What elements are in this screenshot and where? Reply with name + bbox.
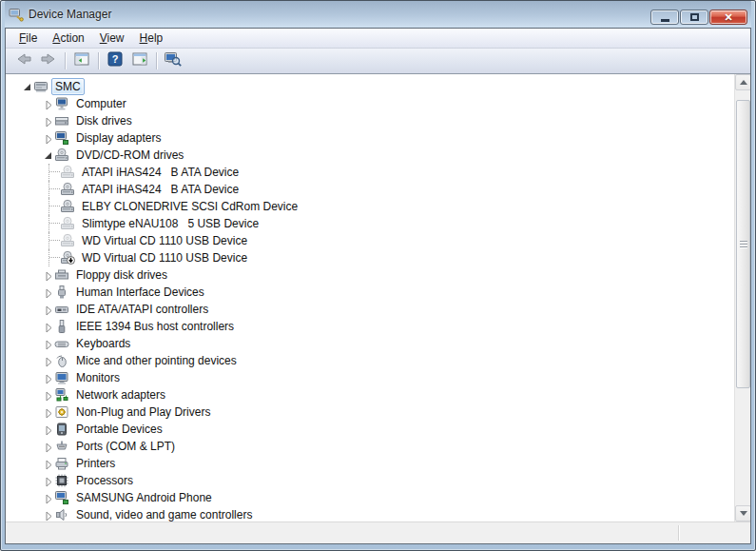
tree-indent [6,378,42,379]
tree-label[interactable]: Disk drives [72,112,136,129]
tree-row[interactable]: DVD/CD-ROM drives [6,147,734,164]
minimize-button[interactable] [650,10,679,25]
tree-row[interactable]: WD Virtual CD 1110 USB Device [6,249,734,266]
tree-label[interactable]: Non-Plug and Play Drivers [72,403,214,421]
tree-row[interactable]: Computer [6,95,734,112]
svg-text:?: ? [112,53,119,65]
expander-collapsed-icon[interactable] [42,98,54,110]
show-console-tree-button[interactable] [70,50,93,71]
tree-label[interactable]: IEEE 1394 Bus host controllers [72,318,238,335]
tree-row[interactable]: Sound, video and game controllers [6,506,734,521]
menu-help[interactable]: Help [132,30,171,47]
tree-row[interactable]: SAMSUNG Android Phone [6,489,734,506]
expander-collapsed-icon[interactable] [42,475,54,487]
tree-row[interactable]: ELBY CLONEDRIVE SCSI CdRom Device [6,198,734,215]
tree-label[interactable]: SAMSUNG Android Phone [72,489,216,506]
tree-label[interactable]: SMC [51,78,85,95]
tree-label[interactable]: Processors [72,472,137,489]
expander-collapsed-icon[interactable] [42,492,54,504]
tree-label[interactable]: Display adapters [72,129,165,147]
scrollbar-thumb[interactable] [736,100,750,388]
tree-label[interactable]: Monitors [72,369,124,386]
tree-row[interactable]: Printers [6,455,734,472]
expander-collapsed-icon[interactable] [42,406,54,419]
tree-row[interactable]: Non-Plug and Play Drivers [6,403,734,421]
tree-row[interactable]: Network adapters [6,386,734,403]
tree-row[interactable]: SMC [6,78,734,95]
tree-label[interactable]: WD Virtual CD 1110 USB Device [78,249,251,266]
tree-label[interactable]: Sound, video and game controllers [72,506,256,521]
maximize-button[interactable] [680,10,708,25]
expander-collapsed-icon[interactable] [42,423,54,436]
tree-row[interactable]: Portable Devices [6,421,734,438]
tree-row[interactable]: Slimtype eNAU108 5 USB Device [6,215,734,232]
tree-row[interactable]: Display adapters [6,129,734,147]
back-button[interactable] [12,50,35,71]
tree-indent [6,224,48,225]
tree-indent [6,275,42,276]
scroll-down-button[interactable] [735,505,750,521]
tree-row[interactable]: IDE ATA/ATAPI controllers [6,301,734,318]
expander-collapsed-icon[interactable] [42,321,54,333]
tree-label[interactable]: ATAPI iHAS424 B ATA Device [78,164,242,181]
menu-view[interactable]: View [92,30,132,47]
tree-label[interactable]: IDE ATA/ATAPI controllers [72,301,212,318]
tree-label[interactable]: ATAPI iHAS424 B ATA Device [78,181,242,198]
show-action-pane-button[interactable] [128,50,151,71]
tree-label[interactable]: ELBY CLONEDRIVE SCSI CdRom Device [78,198,301,215]
menu-action[interactable]: Action [45,30,91,47]
tree-label[interactable]: Keyboards [72,335,134,352]
tree-row[interactable]: WD Virtual CD 1110 USB Device [6,232,734,249]
expander-expanded-icon[interactable] [21,81,33,93]
tree-label[interactable]: DVD/CD-ROM drives [72,147,187,164]
expander-collapsed-icon[interactable] [42,458,54,470]
expander-collapsed-icon[interactable] [42,304,54,316]
tree-label[interactable]: WD Virtual CD 1110 USB Device [78,232,251,249]
cd-drive-icon [60,165,77,180]
tree-connector [48,164,60,181]
expander-collapsed-icon[interactable] [42,132,54,145]
tree-label[interactable]: Printers [72,455,119,472]
tree-row[interactable]: Processors [6,472,734,489]
tree-label[interactable]: Computer [72,95,130,112]
tree-row[interactable]: Monitors [6,369,734,386]
expander-collapsed-icon[interactable] [42,338,54,350]
expander-expanded-icon[interactable] [42,149,54,162]
forward-button[interactable] [37,50,60,71]
tree-label[interactable]: Mice and other pointing devices [72,352,241,369]
tree-row[interactable]: Human Interface Devices [6,284,734,301]
tree-row[interactable]: ATAPI iHAS424 B ATA Device [6,181,734,198]
titlebar[interactable]: Device Manager ✕ [5,1,751,28]
tree-label[interactable]: Floppy disk drives [72,266,171,284]
tree-label[interactable]: Slimtype eNAU108 5 USB Device [78,215,262,232]
vertical-scrollbar[interactable] [734,74,750,521]
tree-indent [6,207,48,207]
expander-collapsed-icon[interactable] [42,355,54,367]
close-button[interactable]: ✕ [709,10,747,25]
expander-collapsed-icon[interactable] [42,115,54,128]
scan-for-hardware-changes-button[interactable] [162,50,184,71]
help-button[interactable]: ? [104,50,126,71]
tree-label[interactable]: Portable Devices [72,421,166,438]
expander-collapsed-icon[interactable] [42,441,54,453]
tree-label[interactable]: Ports (COM & LPT) [72,438,179,455]
tree-row[interactable]: Keyboards [6,335,734,352]
tree-row[interactable]: Floppy disk drives [6,266,734,284]
expander-collapsed-icon[interactable] [42,389,54,402]
tree-row[interactable]: Mice and other pointing devices [6,352,734,369]
expander-collapsed-icon[interactable] [42,286,54,299]
caption-buttons: ✕ [650,10,747,25]
disk-drive-icon [54,113,71,128]
close-icon: ✕ [724,12,732,23]
expander-collapsed-icon[interactable] [42,509,54,521]
tree-row[interactable]: Disk drives [6,112,734,129]
tree-label[interactable]: Network adapters [72,386,169,403]
scroll-up-button[interactable] [735,74,750,90]
tree-row[interactable]: Ports (COM & LPT) [6,438,734,455]
tree-row[interactable]: ATAPI iHAS424 B ATA Device [6,164,734,181]
expander-collapsed-icon[interactable] [42,372,54,384]
menu-file[interactable]: File [11,30,45,47]
tree-row[interactable]: IEEE 1394 Bus host controllers [6,318,734,335]
tree-label[interactable]: Human Interface Devices [72,284,208,301]
expander-collapsed-icon[interactable] [42,269,54,282]
